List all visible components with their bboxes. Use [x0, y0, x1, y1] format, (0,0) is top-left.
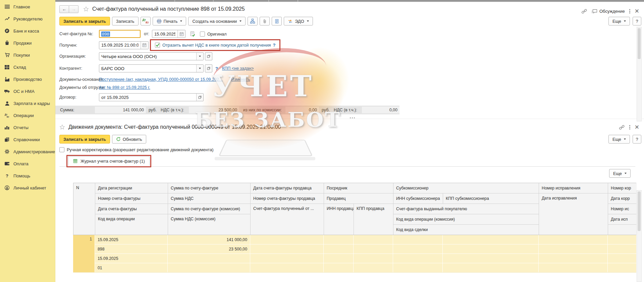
- sidebar-item-fixed-assets[interactable]: ОС и НМА: [0, 85, 55, 97]
- related-documents-button[interactable]: [248, 17, 258, 25]
- table-cell[interactable]: 01: [95, 263, 167, 272]
- discussion-button[interactable]: Обсуждение: [592, 9, 625, 14]
- table-cell[interactable]: [608, 254, 636, 263]
- table-scrollbar[interactable]: [637, 190, 642, 282]
- favorite-star-icon[interactable]: [59, 124, 65, 130]
- table-cell[interactable]: [393, 235, 442, 244]
- edo-button[interactable]: ЭДО: [284, 17, 313, 25]
- open-counterparty-button[interactable]: [205, 64, 212, 72]
- sidebar-item-payment[interactable]: Оплата: [0, 158, 55, 170]
- vat-help-link[interactable]: ?: [273, 43, 276, 48]
- splitter-handle[interactable]: [350, 117, 355, 118]
- more-button[interactable]: Еще: [608, 17, 630, 25]
- tab-invoice-journal[interactable]: Журнал учета счетов-фактур (1): [68, 156, 150, 166]
- table-cell[interactable]: 141 000,00: [168, 235, 250, 244]
- table-cell[interactable]: [393, 254, 442, 263]
- close-icon[interactable]: ✕: [635, 8, 639, 14]
- more-menu-icon[interactable]: [629, 125, 630, 126]
- shipping-document-link[interactable]: Акт № 898 от 15.09.2025 г.: [99, 85, 150, 90]
- table-cell[interactable]: [539, 263, 607, 272]
- base-document-link[interactable]: Поступление (акт, накладная, УПД) 0000-0…: [99, 77, 222, 82]
- counterparty-help-link[interactable]: ?: [215, 66, 218, 71]
- open-organization-button[interactable]: [205, 52, 212, 60]
- refresh-button[interactable]: Обновить: [112, 135, 146, 144]
- table-cell[interactable]: [354, 235, 393, 244]
- counterparty-combo[interactable]: [99, 65, 196, 72]
- table-cell[interactable]: 15.09.2025: [95, 254, 167, 263]
- sidebar-item-operations[interactable]: ДтКт Операции: [0, 109, 55, 121]
- more-menu-icon[interactable]: [629, 9, 630, 10]
- window-tabs-strip[interactable]: [55, 0, 644, 2]
- table-cell[interactable]: [324, 235, 353, 244]
- close-icon[interactable]: ✕: [635, 124, 639, 130]
- sidebar-item-main[interactable]: Главное: [0, 1, 55, 13]
- table-cell[interactable]: 15.09.2025: [95, 235, 167, 244]
- help-button[interactable]: ?: [633, 135, 641, 144]
- open-contract-button[interactable]: [196, 94, 203, 101]
- save-close-button[interactable]: Записать и закрыть: [59, 135, 110, 144]
- table-cell[interactable]: [539, 244, 607, 253]
- sidebar-item-sales[interactable]: Продажи: [0, 37, 55, 49]
- copy-link-icon[interactable]: [581, 9, 587, 14]
- sidebar-item-directories[interactable]: Справочники: [0, 133, 55, 146]
- help-button[interactable]: ?: [633, 17, 641, 25]
- table-cell[interactable]: [443, 263, 538, 272]
- favorite-star-icon[interactable]: [83, 6, 89, 12]
- attachments-button[interactable]: [260, 17, 270, 25]
- scrollbar-thumb[interactable]: [638, 191, 641, 231]
- table-cell[interactable]: [443, 235, 538, 244]
- table-cell[interactable]: [393, 263, 442, 272]
- sidebar-item-administration[interactable]: Администрирование: [0, 146, 55, 158]
- sidebar-item-manager[interactable]: Руководителю: [0, 13, 55, 25]
- table-cell[interactable]: [443, 244, 538, 253]
- change-link[interactable]: Изменить: [231, 77, 250, 82]
- table-cell[interactable]: [354, 244, 393, 253]
- table-cell[interactable]: [354, 263, 393, 272]
- copy-link-icon[interactable]: [619, 125, 625, 130]
- document-check-icon[interactable]: [190, 31, 196, 37]
- create-based-on-button[interactable]: Создать на основании: [188, 17, 246, 25]
- table-cell[interactable]: [324, 263, 353, 272]
- notes-button[interactable]: [272, 17, 282, 25]
- table-cell[interactable]: [608, 235, 636, 244]
- organization-combo[interactable]: [99, 53, 196, 60]
- more-button[interactable]: Еще: [608, 135, 630, 144]
- invoice-number-input[interactable]: 898: [99, 30, 141, 38]
- save-button[interactable]: Записать: [112, 17, 139, 25]
- table-cell[interactable]: [168, 254, 250, 263]
- combo-dropdown-button[interactable]: [196, 65, 203, 72]
- contract-input[interactable]: [99, 94, 196, 101]
- table-cell[interactable]: [539, 235, 607, 244]
- calendar-icon[interactable]: [141, 42, 148, 49]
- table-cell[interactable]: 23 500,00: [168, 244, 250, 253]
- sidebar-item-production[interactable]: Производство: [0, 73, 55, 85]
- forward-button[interactable]: →: [69, 5, 78, 13]
- original-checkbox[interactable]: [200, 32, 205, 37]
- manual-adjustment-checkbox[interactable]: [59, 147, 64, 152]
- calendar-icon[interactable]: [177, 30, 185, 38]
- table-cell[interactable]: [443, 254, 538, 263]
- sidebar-item-warehouse[interactable]: Склад: [0, 61, 55, 73]
- sidebar-item-personal-account[interactable]: Личный кабинет: [0, 182, 55, 194]
- save-close-button[interactable]: Записать и закрыть: [59, 17, 110, 25]
- received-datetime-input[interactable]: [99, 42, 141, 49]
- table-cell[interactable]: [393, 244, 442, 253]
- kpp-link[interactable]: КПП <не задан>: [222, 66, 254, 71]
- sidebar-item-purchases[interactable]: Покупки: [0, 49, 55, 61]
- combo-dropdown-button[interactable]: [196, 53, 203, 60]
- table-cell[interactable]: [250, 254, 323, 263]
- invoice-date-input[interactable]: [152, 30, 177, 38]
- table-cell[interactable]: [608, 263, 636, 272]
- table-cell[interactable]: [354, 254, 393, 263]
- table-cell[interactable]: [250, 263, 323, 272]
- table-cell[interactable]: [324, 254, 353, 263]
- table-cell[interactable]: [168, 263, 250, 272]
- form-scrollbar[interactable]: [637, 27, 642, 121]
- table-cell[interactable]: [324, 244, 353, 253]
- dt-kt-button[interactable]: ДтКт: [141, 17, 151, 25]
- sidebar-item-bank[interactable]: P Банк и касса: [0, 25, 55, 37]
- sidebar-item-help[interactable]: ? Помощь: [0, 170, 55, 182]
- table-cell[interactable]: 898: [95, 244, 167, 253]
- table-more-button[interactable]: Еще: [609, 169, 631, 178]
- table-cell[interactable]: [250, 235, 323, 244]
